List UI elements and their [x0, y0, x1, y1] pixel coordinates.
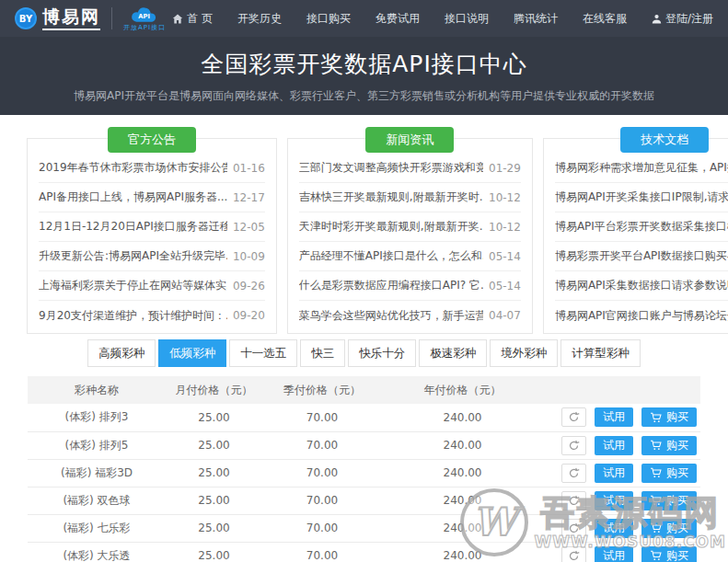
list-item-text: 升级更新公告:博易网API全站升级完毕... [39, 248, 227, 264]
list-item-date: 09-20 [233, 309, 265, 322]
list-item-text: 9月20支付渠道维护，预计维护时间：... [39, 308, 227, 324]
logo-divider [111, 7, 112, 29]
yearly-price-cell: 240.00 [382, 542, 543, 562]
yearly-price-cell: 240.00 [382, 487, 543, 514]
nav-item-label: 开奖历史 [237, 11, 282, 27]
refresh-button[interactable] [561, 546, 586, 562]
row-actions: 试用购买 [543, 436, 700, 455]
list-item[interactable]: 博易网彩种需求增加意见征集，API接...05-16 [555, 154, 728, 183]
price-table-wrap: 彩种名称月付价格（元）季付价格（元）年付价格（元） (体彩) 排列325.007… [28, 376, 700, 562]
actions-cell-wrap: 试用购买 [543, 404, 700, 431]
board-title-official-notice[interactable]: 官方公告 [108, 127, 196, 153]
nav-item-tencent-stats[interactable]: 腾讯统计 [514, 11, 558, 27]
refresh-button[interactable] [561, 491, 586, 510]
list-item[interactable]: 12月1日-12月20日API接口服务器迁移...12-05 [39, 212, 265, 242]
list-item-date: 05-14 [489, 280, 521, 292]
list-item[interactable]: 博易API平台彩票开奖数据采集接口概述05-11 [555, 212, 728, 242]
list-item-date: 09-26 [233, 280, 265, 292]
list-item[interactable]: 博易网API采集数据接口请求参数说明...05-06 [555, 271, 728, 301]
trial-button[interactable]: 试用 [595, 519, 633, 538]
list-item[interactable]: 天津时时彩开奖最新规则,附最新开奖...10-12 [299, 212, 521, 242]
buy-button[interactable]: 购买 [641, 407, 697, 427]
nav-item-home[interactable]: 首 页 [172, 11, 213, 27]
list-item-text: API备用接口上线，博易网API服务器... [39, 189, 227, 205]
lottery-category-tabs: 高频彩种低频彩种十一选五快三快乐十分极速彩种境外彩种计算型彩种 [0, 339, 728, 367]
nav-item-buy[interactable]: 接口购买 [306, 11, 351, 27]
list-item[interactable]: 博易彩票开奖平台API数据接口购买与...05-07 [555, 242, 728, 271]
hero-subtitle: 博易网API开放平台是博易网面向网络媒体、彩票行业客户、第三方彩票销售或分析机构… [0, 88, 728, 104]
trial-button[interactable]: 试用 [595, 407, 633, 427]
list-item[interactable]: 9月20支付渠道维护，预计维护时间：...09-20 [39, 301, 265, 330]
tab-k3[interactable]: 快三 [300, 339, 345, 367]
refresh-button[interactable] [561, 464, 586, 483]
list-item[interactable]: 什么是彩票数据应用编程接口API? 它...05-14 [299, 271, 521, 301]
monthly-price-cell: 25.00 [166, 404, 262, 431]
nav-item-history[interactable]: 开奖历史 [237, 11, 282, 27]
quarterly-price-cell: 70.00 [262, 542, 382, 562]
buy-button[interactable]: 购买 [641, 546, 697, 562]
tab-11x5[interactable]: 十一选五 [229, 339, 297, 367]
nav-item-api-docs[interactable]: 接口说明 [445, 11, 489, 27]
buy-button[interactable]: 购买 [641, 436, 697, 455]
user-icon [652, 14, 662, 24]
trial-button[interactable]: 试用 [595, 464, 633, 483]
quarterly-price-cell: 70.00 [262, 459, 382, 487]
trial-button[interactable]: 试用 [595, 546, 633, 562]
list-item-text: 博易网API采集数据接口请求参数说明... [555, 278, 728, 293]
tab-klsf[interactable]: 快乐十分 [348, 339, 416, 367]
buy-button[interactable]: 购买 [641, 491, 697, 510]
buy-button[interactable]: 购买 [641, 464, 697, 483]
buy-button[interactable]: 购买 [641, 519, 697, 538]
tab-overseas[interactable]: 境外彩种 [490, 339, 558, 367]
trial-button[interactable]: 试用 [595, 491, 633, 510]
refresh-button[interactable] [561, 519, 586, 538]
quarterly-price-cell: 70.00 [262, 514, 382, 542]
nav-item-label: 腾讯统计 [514, 11, 558, 27]
tab-speed[interactable]: 极速彩种 [419, 339, 487, 367]
monthly-price-cell: 25.00 [166, 459, 262, 487]
table-row: (体彩) 大乐透25.0070.00240.00试用购买 [28, 542, 700, 562]
refresh-icon [568, 495, 580, 507]
api-sub-label: 开放API接口 [123, 25, 166, 31]
trial-button[interactable]: 试用 [595, 436, 633, 455]
row-actions: 试用购买 [543, 407, 700, 427]
list-item[interactable]: API备用接口上线，博易网API服务器...12-17 [39, 183, 265, 212]
list-item[interactable]: 产品经理不懂API接口是什么，怎么和...05-14 [299, 242, 521, 271]
list-item[interactable]: 博易网API开奖采集接口IP限制,请求频...05-13 [555, 183, 728, 212]
table-header-1: 月付价格（元） [166, 376, 262, 404]
refresh-icon [568, 411, 580, 423]
refresh-button[interactable] [561, 407, 586, 427]
list-item[interactable]: 三部门发文调整高频快开彩票游戏和竞...01-29 [299, 154, 521, 183]
nav-item-free-trial[interactable]: 免费试用 [376, 11, 420, 27]
list-item[interactable]: 博易网API官网接口账户与博易论坛分...05-05 [555, 301, 728, 330]
hero-banner: 全国彩票开奖数据API接口中心 博易网API开放平台是博易网面向网络媒体、彩票行… [0, 37, 728, 115]
board-title-news[interactable]: 新闻资讯 [365, 127, 454, 153]
nav-item-online-service[interactable]: 在线客服 [583, 11, 627, 27]
list-item-date: 12-17 [233, 191, 265, 204]
list-item[interactable]: 上海福利彩票关于停止在网站等媒体实...09-26 [39, 271, 265, 301]
refresh-button[interactable] [561, 436, 586, 455]
list-item-text: 吉林快三开奖最新规则,附最新开奖时... [299, 189, 483, 205]
nav-item-label: 首 页 [187, 11, 213, 27]
nav-item-login[interactable]: 登陆/注册 [652, 11, 713, 27]
page: BY 博易网 API 开放API接口 首 页开奖历史接口购买免费试用接口说明腾讯… [0, 0, 728, 562]
list-item-text: 产品经理不懂API接口是什么，怎么和... [299, 248, 483, 264]
list-item[interactable]: 2019年春节休市彩票市场休市安排公告01-16 [39, 154, 265, 183]
table-header-4 [543, 376, 700, 404]
site-logo[interactable]: BY 博易网 API 开放API接口 [15, 6, 166, 31]
tab-low-freq[interactable]: 低频彩种 [158, 339, 226, 367]
list-item-text: 博易网API官网接口账户与博易论坛分... [555, 308, 728, 324]
list-item[interactable]: 升级更新公告:博易网API全站升级完毕...10-09 [39, 242, 265, 271]
cart-icon [650, 550, 663, 561]
api-cloud-badge: API 开放API接口 [123, 6, 166, 31]
buy-button-label: 购买 [666, 438, 688, 453]
monthly-price-cell: 25.00 [166, 514, 262, 542]
list-item[interactable]: 吉林快三开奖最新规则,附最新开奖时...10-12 [299, 183, 521, 212]
list-item[interactable]: 菜鸟学会这些网站优化技巧，新手运营...04-07 [299, 301, 521, 330]
tab-computed[interactable]: 计算型彩种 [560, 339, 641, 367]
board-title-tech-docs[interactable]: 技术文档 [620, 127, 709, 153]
buy-button-label: 购买 [666, 465, 688, 481]
tab-high-freq[interactable]: 高频彩种 [87, 339, 156, 367]
row-actions: 试用购买 [543, 546, 700, 562]
nav-item-label: 接口购买 [306, 11, 351, 27]
